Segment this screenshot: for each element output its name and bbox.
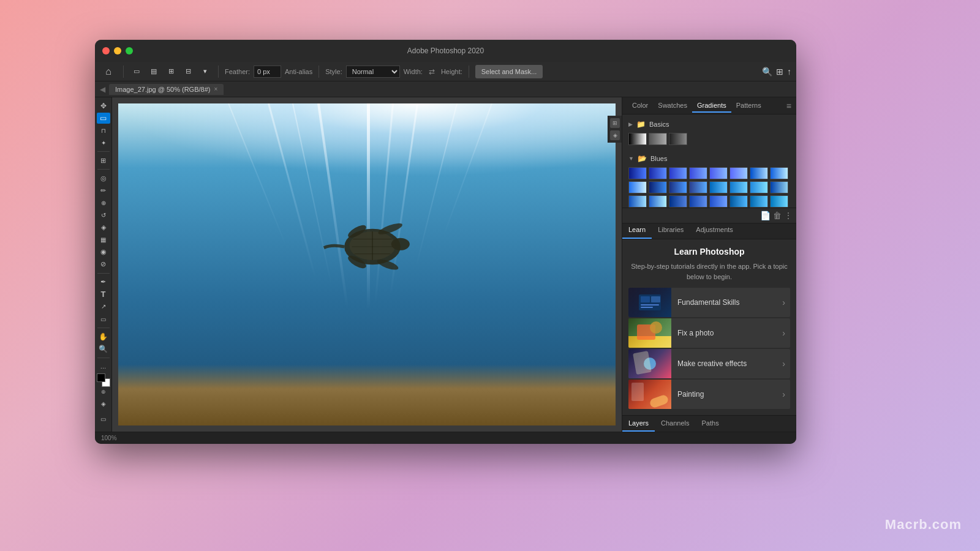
main-toolbar: ⌂ ▭ ▤ ⊞ ⊟ ▾ Feather: Anti-alias Style: N… <box>95 62 796 81</box>
lasso-tool[interactable]: ⊓ <box>97 125 110 136</box>
blue-swatch-9[interactable] <box>649 181 667 193</box>
tab-learn[interactable]: Learn <box>622 223 652 239</box>
minimize-button[interactable] <box>114 47 121 54</box>
gradient-tool[interactable]: ▦ <box>97 234 110 246</box>
screen-mode[interactable]: ▭ <box>97 412 110 425</box>
blur-tool[interactable]: ◉ <box>97 247 110 258</box>
blue-swatch-8[interactable] <box>628 181 647 193</box>
blue-swatch-7[interactable] <box>770 167 788 179</box>
document-tab[interactable]: Image_27.jpg @ 50% (RGB/8#) × <box>109 84 224 95</box>
blue-swatch-16[interactable] <box>628 195 647 208</box>
blue-swatch-10[interactable] <box>669 181 687 193</box>
default-colors[interactable]: ⊕ <box>101 389 106 395</box>
panel-menu-button[interactable]: ≡ <box>786 101 791 111</box>
tab-close-button[interactable]: × <box>214 86 217 92</box>
basics-arrow: ▶ <box>628 121 633 127</box>
tutorial-creative[interactable]: Make creative effects › <box>628 349 790 378</box>
quick-mask[interactable]: ◈ <box>97 397 110 410</box>
blue-swatch-22[interactable] <box>750 195 768 208</box>
brush-tool[interactable]: ✏ <box>97 185 110 196</box>
dodge-tool[interactable]: ⊘ <box>97 259 110 270</box>
stamp-tool[interactable]: ⊕ <box>97 197 110 208</box>
blue-swatch-18[interactable] <box>669 195 687 208</box>
color-swatch-area: ⊕ ◈ ▭ <box>97 373 110 429</box>
magic-wand-tool[interactable]: ✦ <box>97 137 110 148</box>
blues-header[interactable]: ▼ 📂 Blues <box>626 152 793 165</box>
delete-gradient-icon[interactable]: 🗑 <box>773 211 782 220</box>
panel-icon-1[interactable]: ⊞ <box>610 118 620 128</box>
tutorial-fix-photo[interactable]: Fix a photo › <box>628 318 790 348</box>
canvas-inner <box>118 103 616 425</box>
marquee-rect-btn[interactable]: ▭ <box>130 65 143 78</box>
panel-icon-2[interactable]: ◈ <box>610 130 620 140</box>
blue-swatch-3[interactable] <box>689 167 707 179</box>
blue-swatch-5[interactable] <box>729 167 748 179</box>
tab-paths[interactable]: Paths <box>696 416 725 432</box>
blue-swatch-12[interactable] <box>709 181 728 193</box>
tutorial-painting[interactable]: Painting › <box>628 380 790 409</box>
more-tools[interactable]: … <box>97 361 110 372</box>
marquee-tool[interactable]: ▭ <box>97 113 110 124</box>
marquee-opt2-btn[interactable]: ⊟ <box>181 65 195 78</box>
blue-swatch-19[interactable] <box>689 195 707 208</box>
blue-swatch-20[interactable] <box>709 195 728 208</box>
basic-swatch-2[interactable] <box>669 133 687 145</box>
tab-layers[interactable]: Layers <box>622 416 655 432</box>
menu-gradient-icon[interactable]: ⋮ <box>784 211 793 220</box>
tab-swatches[interactable]: Swatches <box>653 99 692 113</box>
text-tool[interactable]: T <box>97 289 110 300</box>
share-icon[interactable]: ↑ <box>787 67 791 77</box>
tab-libraries[interactable]: Libraries <box>652 223 690 239</box>
zoom-tool[interactable]: 🔍 <box>97 343 110 354</box>
blue-swatch-17[interactable] <box>649 195 667 208</box>
search-icon[interactable]: 🔍 <box>762 67 772 77</box>
blue-swatch-4[interactable] <box>709 167 728 179</box>
move-tool[interactable]: ✥ <box>97 100 110 111</box>
marquee-opt1-btn[interactable]: ⊞ <box>164 65 178 78</box>
blue-swatch-14[interactable] <box>750 181 768 193</box>
blue-swatch-6[interactable] <box>750 167 768 179</box>
feather-label: Feather: <box>225 68 250 75</box>
style-select[interactable]: Normal Fixed Ratio Fixed Size <box>346 66 400 78</box>
arrange-icon[interactable]: ⊞ <box>776 67 783 77</box>
path-tool[interactable]: ↗ <box>97 301 110 312</box>
tab-channels[interactable]: Channels <box>655 416 695 432</box>
spot-heal-tool[interactable]: ◎ <box>97 173 110 184</box>
tutorial-fundamental[interactable]: Fundamental Skills › <box>628 288 790 317</box>
antialias-label: Anti-alias <box>285 68 312 75</box>
history-brush[interactable]: ↺ <box>97 209 110 220</box>
tab-adjustments[interactable]: Adjustments <box>690 223 739 239</box>
blue-swatch-0[interactable] <box>628 167 647 179</box>
maximize-button[interactable] <box>126 47 133 54</box>
eraser-tool[interactable]: ◈ <box>97 222 110 233</box>
crop-tool[interactable]: ⊞ <box>97 155 110 166</box>
close-button[interactable] <box>102 47 110 54</box>
home-button[interactable]: ⌂ <box>100 63 117 80</box>
canvas-image[interactable] <box>118 103 616 425</box>
tab-color[interactable]: Color <box>627 99 653 113</box>
blue-swatch-11[interactable] <box>689 181 707 193</box>
fg-bg-swatches[interactable] <box>97 373 110 387</box>
blue-swatch-13[interactable] <box>729 181 748 193</box>
feather-input[interactable] <box>254 66 281 78</box>
blue-swatch-2[interactable] <box>669 167 687 179</box>
shape-tool[interactable]: ▭ <box>97 313 110 324</box>
hand-tool[interactable]: ✋ <box>97 331 110 342</box>
blue-swatch-15[interactable] <box>770 181 788 193</box>
foreground-color-swatch[interactable] <box>97 373 105 382</box>
blue-swatch-23[interactable] <box>770 195 788 208</box>
new-gradient-icon[interactable]: 📄 <box>760 211 771 220</box>
select-mask-button[interactable]: Select and Mask... <box>475 65 543 78</box>
marquee-dropdown[interactable]: ▾ <box>198 65 212 78</box>
tab-gradients[interactable]: Gradients <box>692 99 731 113</box>
panel-toggle-left[interactable]: ◀ <box>100 85 105 94</box>
blue-swatch-21[interactable] <box>729 195 748 208</box>
basics-header[interactable]: ▶ 📁 Basics <box>626 118 793 130</box>
blue-swatch-1[interactable] <box>649 167 667 179</box>
marquee-stack-btn[interactable]: ▤ <box>147 65 160 78</box>
basic-swatch-1[interactable] <box>649 133 667 145</box>
tutorial-painting-arrow: › <box>782 389 790 399</box>
basic-swatch-0[interactable] <box>628 133 647 145</box>
pen-tool[interactable]: ✒ <box>97 277 110 288</box>
tab-patterns[interactable]: Patterns <box>731 99 766 113</box>
